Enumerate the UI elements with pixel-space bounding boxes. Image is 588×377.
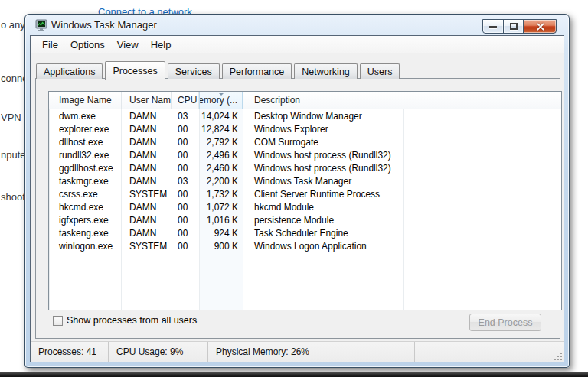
process-rows: dwm.exe DAMN 03 14,024 K Desktop Window … — [49, 110, 561, 253]
cell-user-name: DAMN — [122, 136, 172, 149]
cell-user-name: SYSTEM — [122, 188, 172, 201]
background-text-fragment: VPN ne — [1, 112, 26, 123]
cell-user-name: DAMN — [122, 123, 172, 136]
process-row[interactable]: taskmgr.exe DAMN 03 2,200 K Windows Task… — [49, 175, 561, 188]
cell-memory: 2,496 K — [199, 149, 243, 162]
background-text-fragment: o any n — [1, 19, 26, 31]
close-button[interactable] — [523, 19, 557, 34]
menu-item[interactable]: File — [36, 37, 64, 53]
cell-image-name: rundll32.exe — [49, 149, 122, 162]
cell-cpu: 00 — [172, 201, 199, 214]
process-row[interactable]: dllhost.exe DAMN 00 2,792 K COM Surrogat… — [49, 136, 561, 149]
process-row[interactable]: explorer.exe DAMN 00 12,824 K Windows Ex… — [49, 123, 561, 136]
cell-image-name: dllhost.exe — [49, 136, 122, 149]
menu-item[interactable]: Options — [64, 37, 111, 53]
cell-description: Desktop Window Manager — [243, 110, 403, 123]
cell-user-name: DAMN — [122, 162, 172, 175]
cell-user-name: DAMN — [122, 175, 172, 188]
cell-image-name: ggdllhost.exe — [49, 162, 122, 175]
cell-description: Windows Logon Application — [243, 240, 403, 253]
process-list: Image Name User Name CPU Memory (... Des… — [48, 91, 562, 310]
tab[interactable]: Services — [168, 63, 220, 79]
column-header-memory[interactable]: Memory (... — [199, 92, 243, 109]
window-title: Windows Task Manager — [51, 15, 157, 35]
cell-memory: 1,016 K — [199, 214, 243, 227]
maximize-button[interactable] — [503, 19, 524, 34]
cell-memory: 1,072 K — [199, 201, 243, 214]
cell-cpu: 00 — [172, 136, 199, 149]
tab[interactable]: Networking — [294, 63, 358, 79]
cell-description: Windows host process (Rundll32) — [243, 149, 403, 162]
cell-image-name: winlogon.exe — [49, 240, 122, 253]
process-row[interactable]: taskeng.exe DAMN 00 924 K Task Scheduler… — [49, 227, 561, 240]
cell-user-name: SYSTEM — [122, 240, 172, 253]
column-header-image-name[interactable]: Image Name — [49, 92, 122, 109]
column-header-cpu[interactable]: CPU — [172, 92, 199, 109]
status-physical-memory: Physical Memory: 26% — [208, 342, 415, 362]
cell-cpu: 00 — [172, 240, 199, 253]
cell-description: Client Server Runtime Process — [243, 188, 403, 201]
cell-description: Windows Task Manager — [243, 175, 403, 188]
resize-grip[interactable] — [554, 352, 562, 360]
cell-memory: 1,732 K — [199, 188, 243, 201]
cell-image-name: taskeng.exe — [49, 227, 122, 240]
cell-cpu: 03 — [172, 175, 199, 188]
minimize-button[interactable] — [482, 19, 504, 34]
cell-cpu: 00 — [172, 123, 199, 136]
process-row[interactable]: rundll32.exe DAMN 00 2,496 K Windows hos… — [49, 149, 561, 162]
show-all-users-checkbox[interactable] — [53, 316, 63, 326]
tab[interactable]: Applications — [36, 63, 103, 79]
column-header-description[interactable]: Description — [243, 92, 403, 109]
cell-description: persistence Module — [243, 214, 403, 227]
background-divider-line — [0, 8, 90, 8]
cell-cpu: 03 — [172, 110, 199, 123]
status-filler — [415, 342, 564, 362]
background-text-fragment: connec — [1, 73, 26, 84]
column-header-memory-label: Memory (... — [199, 95, 237, 106]
process-row[interactable]: igfxpers.exe DAMN 00 1,016 K persistence… — [49, 214, 561, 227]
process-row[interactable]: ggdllhost.exe DAMN 00 2,460 K Windows ho… — [49, 162, 561, 175]
cell-image-name: csrss.exe — [49, 188, 122, 201]
status-processes: Processes: 41 — [31, 342, 109, 362]
tab-strip: Applications Processes Services Performa… — [36, 61, 402, 79]
cell-image-name: taskmgr.exe — [49, 175, 122, 188]
show-all-users-label[interactable]: Show processes from all users — [67, 315, 197, 326]
title-bar[interactable]: Windows Task Manager — [25, 15, 569, 35]
cell-memory: 2,200 K — [199, 175, 243, 188]
cell-memory: 2,792 K — [199, 136, 243, 149]
tab[interactable]: Users — [360, 63, 400, 79]
menu-item[interactable]: View — [111, 37, 145, 53]
column-header-filler — [403, 92, 561, 109]
tab[interactable]: Processes — [105, 61, 165, 80]
cell-cpu: 00 — [172, 227, 199, 240]
cell-memory: 12,824 K — [199, 123, 243, 136]
tab[interactable]: Performance — [222, 63, 292, 79]
sort-descending-icon — [218, 93, 224, 96]
status-cpu-usage: CPU Usage: 9% — [109, 342, 208, 362]
cell-user-name: DAMN — [122, 201, 172, 214]
window-controls — [483, 19, 557, 34]
cell-user-name: DAMN — [122, 227, 172, 240]
cell-user-name: DAMN — [122, 214, 172, 227]
cell-memory: 900 K — [199, 240, 243, 253]
maximize-icon — [510, 23, 518, 30]
end-process-button[interactable]: End Process — [469, 314, 541, 331]
minimize-icon — [489, 26, 497, 28]
cell-cpu: 00 — [172, 162, 199, 175]
process-row[interactable]: hkcmd.exe DAMN 00 1,072 K hkcmd Module — [49, 201, 561, 214]
processes-tab-panel: Image Name User Name CPU Memory (... Des… — [35, 78, 560, 339]
process-row[interactable]: dwm.exe DAMN 03 14,024 K Desktop Window … — [49, 110, 561, 123]
cell-memory: 14,024 K — [199, 110, 243, 123]
background-text-fragment: nputers — [1, 149, 26, 161]
show-all-users-control: Show processes from all users — [53, 315, 197, 326]
column-header-user-name[interactable]: User Name — [122, 92, 172, 109]
window-client-area: File Options View Help Applications Proc… — [30, 35, 564, 362]
menu-item[interactable]: Help — [145, 37, 178, 53]
process-row[interactable]: csrss.exe SYSTEM 00 1,732 K Client Serve… — [49, 188, 561, 201]
taskbar-edge — [0, 372, 588, 377]
cell-memory: 924 K — [199, 227, 243, 240]
process-list-header: Image Name User Name CPU Memory (... Des… — [49, 92, 561, 109]
background-text-fragment: shootin — [1, 191, 26, 203]
process-row[interactable]: winlogon.exe SYSTEM 00 900 K Windows Log… — [49, 240, 561, 253]
process-list-body: dwm.exe DAMN 03 14,024 K Desktop Window … — [49, 109, 561, 310]
